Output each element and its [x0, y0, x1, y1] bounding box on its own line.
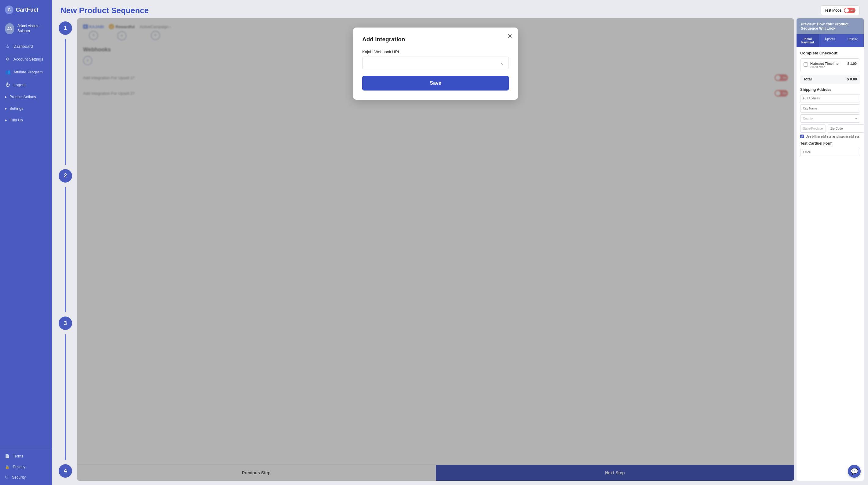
- tab-upsell2[interactable]: Upsell2: [841, 34, 864, 47]
- modal-title: Add Integration: [362, 36, 509, 43]
- app-name: CartFuel: [16, 7, 38, 13]
- sidebar-item-security[interactable]: 🛡 Security: [0, 472, 52, 483]
- sidebar-item-affiliate-program[interactable]: 👥 Affiliate Program: [0, 65, 52, 78]
- step-1[interactable]: 1: [59, 21, 72, 35]
- avatar: JA: [5, 23, 14, 34]
- main-area: New Product Sequence Test Mode 1 2 3 4: [52, 0, 868, 485]
- doc-icon: 📄: [5, 454, 10, 458]
- toggle-circle: [844, 8, 849, 12]
- checkout-item: Hubspot Timeline Billed once $ 1.00: [800, 58, 860, 72]
- sidebar-item-privacy[interactable]: 🔒 Privacy: [0, 461, 52, 472]
- step-3[interactable]: 3: [59, 316, 72, 330]
- sidebar-label-terms: Terms: [13, 454, 23, 458]
- sidebar: C CartFuel JA Jelani Abdus-Salaam ⌂ Dash…: [0, 0, 52, 485]
- step-line-1: [65, 39, 66, 165]
- home-icon: ⌂: [5, 44, 10, 49]
- step-line-2: [65, 187, 66, 313]
- sidebar-label-account-settings: Account Settings: [13, 57, 43, 61]
- lock-icon: 🔒: [5, 464, 10, 469]
- center-panel: K KAJABI + Q Rewardful +: [77, 18, 794, 481]
- city-input[interactable]: [800, 104, 860, 113]
- email-input[interactable]: [800, 148, 860, 156]
- total-label: Total: [803, 77, 812, 81]
- step-2[interactable]: 2: [59, 169, 72, 182]
- checkout-item-price: $ 1.00: [847, 62, 857, 65]
- state-select[interactable]: State/Province: [800, 124, 826, 133]
- modal-field-label: Kajabi Webhook URL: [362, 50, 509, 54]
- username: Jelani Abdus-Salaam: [18, 24, 47, 33]
- tab-initial-payment[interactable]: Initial Payment: [797, 34, 819, 47]
- sidebar-user[interactable]: JA Jelani Abdus-Salaam: [0, 20, 52, 40]
- sidebar-section-fuel-up[interactable]: ▶ Fuel Up: [0, 114, 52, 126]
- step-line-3: [65, 334, 66, 460]
- billing-checkbox[interactable]: [800, 135, 804, 138]
- billing-checkbox-row: Use billing address as shipping address: [800, 135, 860, 138]
- zip-input[interactable]: [828, 124, 864, 133]
- chat-bubble[interactable]: 💬: [848, 465, 861, 478]
- test-mode-label: Test Mode: [825, 8, 841, 12]
- modal-overlay: ✕ Add Integration Kajabi Webhook URL ⌄ S…: [77, 18, 794, 481]
- sidebar-item-terms[interactable]: 📄 Terms: [0, 451, 52, 461]
- country-row: Country: [800, 114, 860, 123]
- preview-header: Preview: How Your Product Sequence Will …: [797, 18, 864, 34]
- shipping-title: Shipping Address: [800, 87, 860, 92]
- checkout-item-sub: Billed once: [810, 65, 845, 69]
- sidebar-bottom: 📄 Terms 🔒 Privacy 🛡 Security: [0, 448, 52, 485]
- sidebar-item-account-settings[interactable]: ⚙ Account Settings: [0, 53, 52, 65]
- steps-column: 1 2 3 4: [56, 18, 74, 481]
- add-integration-modal: ✕ Add Integration Kajabi Webhook URL ⌄ S…: [353, 28, 518, 100]
- sidebar-item-dashboard[interactable]: ⌂ Dashboard: [0, 40, 52, 53]
- sidebar-section-product-actions[interactable]: ▶ Product Actions: [0, 91, 52, 103]
- complete-checkout-title: Complete Checkout: [800, 51, 860, 55]
- sidebar-label-logout: Logout: [13, 83, 26, 87]
- modal-close-button[interactable]: ✕: [507, 32, 513, 40]
- shield-icon: 🛡: [5, 475, 9, 480]
- logo-icon: C: [5, 5, 13, 14]
- preview-tabs: Initial Payment Upsell1 Upsell2: [797, 34, 864, 47]
- right-panel: Preview: How Your Product Sequence Will …: [797, 18, 864, 481]
- users-icon: 👥: [5, 69, 10, 75]
- page-title: New Product Sequence: [60, 6, 149, 15]
- content-area: 1 2 3 4 K KAJABI +: [52, 18, 868, 485]
- total-value: $ 0.00: [847, 77, 857, 81]
- sidebar-label-privacy: Privacy: [13, 465, 25, 469]
- sidebar-nav: ⌂ Dashboard ⚙ Account Settings 👥 Affilia…: [0, 40, 52, 448]
- full-address-input[interactable]: [800, 94, 860, 103]
- tab-upsell1[interactable]: Upsell1: [819, 34, 841, 47]
- total-row: Total $ 0.00: [800, 75, 860, 84]
- sidebar-label-product-actions: Product Actions: [9, 95, 36, 99]
- sidebar-label-fuel-up: Fuel Up: [9, 118, 23, 122]
- gear-icon: ⚙: [5, 56, 10, 62]
- country-select[interactable]: Country: [800, 114, 860, 123]
- sidebar-logo[interactable]: C CartFuel: [0, 0, 52, 20]
- power-icon: ⏻: [5, 82, 10, 87]
- main-header: New Product Sequence Test Mode: [52, 0, 868, 18]
- test-mode-button[interactable]: Test Mode: [821, 5, 860, 15]
- sidebar-label-security: Security: [12, 475, 26, 480]
- checkout-item-name: Hubspot Timeline: [810, 62, 845, 65]
- sidebar-label-dashboard: Dashboard: [13, 44, 33, 49]
- billing-checkbox-label: Use billing address as shipping address: [806, 135, 860, 138]
- test-mode-toggle[interactable]: [844, 8, 856, 13]
- chevron-icon: ▶: [5, 95, 7, 98]
- step-4[interactable]: 4: [59, 464, 72, 478]
- checkout-item-info: Hubspot Timeline Billed once: [810, 62, 845, 69]
- modal-select[interactable]: ⌄: [362, 57, 509, 69]
- chevron-icon-3: ▶: [5, 119, 7, 122]
- sidebar-label-affiliate: Affiliate Program: [13, 70, 43, 74]
- checkout-checkbox[interactable]: [804, 62, 808, 67]
- sidebar-section-settings[interactable]: ▶ Settings: [0, 103, 52, 114]
- chevron-icon-2: ▶: [5, 107, 7, 110]
- modal-save-button[interactable]: Save: [362, 76, 509, 90]
- shipping-section: Shipping Address Country State/Province: [800, 87, 860, 138]
- sidebar-label-settings: Settings: [9, 107, 23, 111]
- state-zip-row: State/Province: [800, 124, 860, 133]
- sidebar-item-logout[interactable]: ⏻ Logout: [0, 78, 52, 91]
- preview-body: Complete Checkout Hubspot Timeline Bille…: [797, 47, 864, 481]
- test-form-title: Test Cartfuel Form: [800, 141, 860, 146]
- modal-chevron-icon: ⌄: [500, 60, 504, 66]
